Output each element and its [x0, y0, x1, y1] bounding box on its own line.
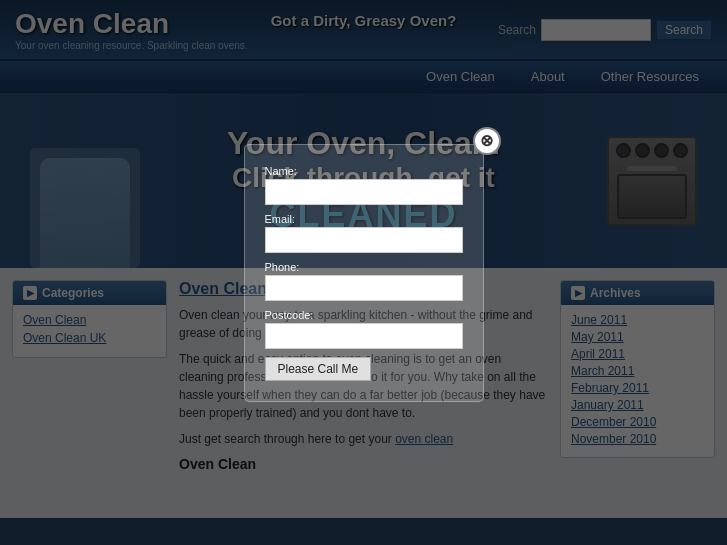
modal-dialog: ⊗ Name: Email: Phone: Postcode: Please C…: [244, 144, 484, 402]
postcode-field[interactable]: [265, 323, 463, 349]
modal-overlay: ⊗ Name: Email: Phone: Postcode: Please C…: [0, 0, 727, 545]
name-label: Name:: [265, 165, 463, 177]
phone-field[interactable]: [265, 275, 463, 301]
please-call-button[interactable]: Please Call Me: [265, 357, 372, 381]
name-field[interactable]: [265, 179, 463, 205]
postcode-label: Postcode:: [265, 309, 463, 321]
email-label: Email:: [265, 213, 463, 225]
phone-label: Phone:: [265, 261, 463, 273]
modal-close-button[interactable]: ⊗: [473, 127, 501, 155]
email-field[interactable]: [265, 227, 463, 253]
